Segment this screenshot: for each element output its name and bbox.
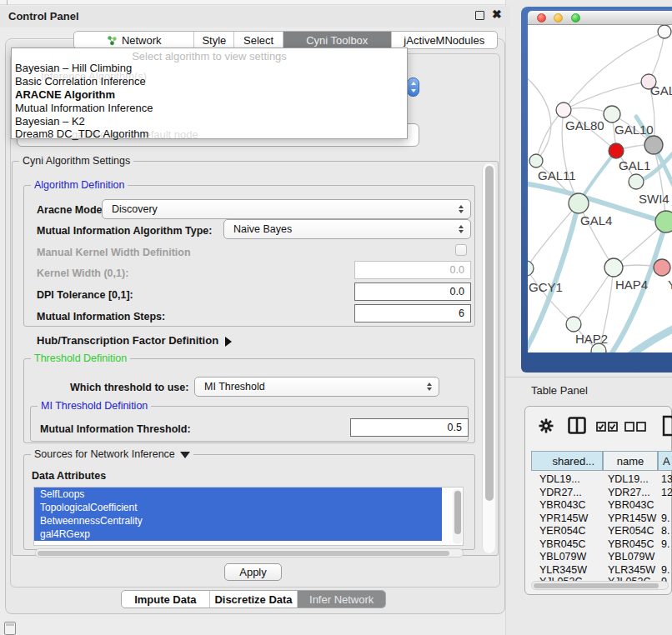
list-item[interactable]: TopologicalCoefficient: [34, 501, 442, 514]
network-node[interactable]: [658, 25, 671, 38]
scrollbar-thumb[interactable]: [454, 491, 461, 534]
select-all-checkboxes-icon[interactable]: [596, 422, 618, 432]
collapse-arrow-icon[interactable]: [180, 452, 190, 458]
table-window: shared... name A YDL19...YDL19...13 YDR2…: [524, 406, 672, 595]
mi-threshold-field[interactable]: 0.5: [350, 418, 469, 437]
dropdown-item[interactable]: Bayesian – K2: [15, 115, 85, 128]
tab-cyni-toolbox-label: Cyni Toolbox: [306, 34, 368, 47]
tab-network[interactable]: Network: [74, 32, 194, 48]
which-threshold-combo[interactable]: MI Threshold: [194, 377, 439, 397]
minimize-traffic-light[interactable]: [554, 13, 563, 22]
dropdown-item[interactable]: Mutual Information Inference: [15, 102, 153, 114]
zoom-traffic-light[interactable]: [571, 13, 580, 22]
scrollbar-thumb[interactable]: [485, 166, 494, 501]
cell: 8.: [661, 525, 669, 537]
list-horizontal-scrollbar[interactable]: [35, 548, 464, 558]
column-header-partial[interactable]: A: [658, 451, 672, 471]
network-node[interactable]: [655, 211, 672, 232]
tab-infer-network[interactable]: Infer Network: [298, 591, 385, 608]
table-row[interactable]: YDR27...YDR27...12: [532, 486, 672, 499]
scrollbar-thumb[interactable]: [38, 551, 449, 556]
node-label: GAL80: [565, 118, 604, 132]
table-row[interactable]: YBR045CYBR045C9.: [532, 538, 672, 551]
cell: YBR043C: [539, 499, 586, 511]
manual-kernel-checkbox[interactable]: [455, 244, 467, 256]
settings-vertical-scrollbar[interactable]: [482, 163, 495, 553]
column-header-name[interactable]: name: [603, 451, 658, 471]
tab-select[interactable]: Select: [234, 32, 283, 48]
network-node[interactable]: [556, 102, 571, 118]
dropdown-placeholder: Select algorithm to view settings: [12, 50, 407, 62]
dropdown-item-aracne[interactable]: ARACNE Algorithm: [15, 88, 115, 101]
network-canvas[interactable]: GALGAL80GAL10GAL1GAL11SWI4GAL4HAP4YGCY1H…: [528, 25, 672, 352]
table-row[interactable]: YDL19...YDL19...13: [532, 472, 672, 486]
mi-type-combo[interactable]: Naive Bayes: [223, 219, 471, 239]
network-node[interactable]: [604, 258, 623, 277]
network-window-titlebar[interactable]: [528, 11, 672, 25]
cell: 13: [661, 473, 672, 485]
node-label: GAL4: [580, 213, 612, 228]
kernel-width-field[interactable]: 0.0: [354, 261, 471, 279]
float-window-icon[interactable]: [475, 11, 484, 20]
node-label: HAP4: [615, 278, 648, 292]
network-node[interactable]: [569, 193, 589, 213]
scrollbar-thumb[interactable]: [534, 583, 659, 588]
combo-spinner-fragment[interactable]: [407, 78, 419, 97]
list-item[interactable]: gal4RGexp: [34, 528, 442, 541]
dock-window-icon[interactable]: [4, 622, 16, 635]
tab-select-label: Select: [243, 34, 273, 47]
cell: YDR27...: [608, 487, 650, 498]
column-header-shared[interactable]: shared...: [531, 451, 603, 471]
columns-icon[interactable]: [568, 417, 586, 434]
tab-cyni-toolbox[interactable]: Cyni Toolbox: [283, 32, 391, 48]
deselect-all-checkboxes-icon[interactable]: [624, 422, 646, 432]
cell: YDR27...: [539, 487, 582, 498]
group-title: Threshold Definition: [31, 352, 130, 364]
network-node[interactable]: [644, 136, 663, 154]
table-horizontal-scrollbar[interactable]: [531, 581, 669, 590]
table-row[interactable]: YBR043CYBR043C: [532, 498, 672, 512]
network-node[interactable]: [654, 259, 670, 276]
cell: YBR045C: [539, 538, 586, 550]
ghost-text-bottom: gal filtered.sif default node: [72, 128, 198, 141]
tab-discretize-data[interactable]: Discretize Data: [210, 591, 298, 608]
network-node[interactable]: [566, 317, 581, 332]
close-traffic-light[interactable]: [537, 13, 546, 22]
list-vertical-scrollbar[interactable]: [453, 489, 462, 544]
aracne-mode-combo[interactable]: Discovery: [102, 199, 471, 219]
mi-steps-field[interactable]: 6: [354, 304, 471, 322]
group-title: MI Threshold Definition: [38, 400, 151, 412]
network-node[interactable]: [604, 106, 620, 122]
table-row[interactable]: YER054CYER054C8.: [532, 524, 672, 538]
dpi-tolerance-field[interactable]: 0.0: [354, 282, 471, 301]
document-icon[interactable]: [662, 415, 672, 437]
gear-icon[interactable]: [539, 418, 554, 433]
tab-impute-data[interactable]: Impute Data: [122, 591, 210, 608]
network-node[interactable]: [609, 143, 624, 158]
sources-toggle[interactable]: Sources for Network Inference: [31, 448, 193, 460]
network-node[interactable]: [629, 174, 644, 189]
network-node[interactable]: [529, 154, 543, 168]
apply-button[interactable]: Apply: [224, 563, 282, 581]
hub-section-toggle[interactable]: Hub/Transcription Factor Definition: [37, 334, 232, 347]
tab-style-label: Style: [202, 34, 226, 47]
table-row[interactable]: YLR345WYLR345W9.: [532, 563, 672, 577]
list-item[interactable]: BetweennessCentrality: [34, 514, 442, 528]
node-label: Y: [668, 278, 672, 292]
cell: 9.: [661, 564, 669, 576]
mi-threshold-label: Mutual Information Threshold:: [40, 423, 191, 435]
tab-jactivemnodules-label: jActiveMNodules: [404, 34, 484, 47]
tab-style[interactable]: Style: [194, 32, 234, 48]
close-icon[interactable]: ✖: [492, 8, 502, 21]
network-window[interactable]: GALGAL80GAL10GAL1GAL11SWI4GAL4HAP4YGCY1H…: [521, 7, 672, 372]
tab-jactivemnodules[interactable]: jActiveMNodules: [392, 32, 498, 48]
expand-arrow-icon[interactable]: [225, 337, 232, 347]
column-header-label: name: [617, 455, 644, 468]
network-node[interactable]: [528, 261, 534, 276]
list-item[interactable]: SelfLoops: [34, 488, 442, 501]
table-row[interactable]: YPR145WYPR145W9.: [532, 512, 672, 525]
node-label: SWI4: [639, 192, 669, 206]
cell: YBL079W: [539, 551, 586, 562]
table-row[interactable]: YBL079WYBL079W: [532, 550, 672, 563]
cell: YDL19...: [608, 473, 649, 485]
